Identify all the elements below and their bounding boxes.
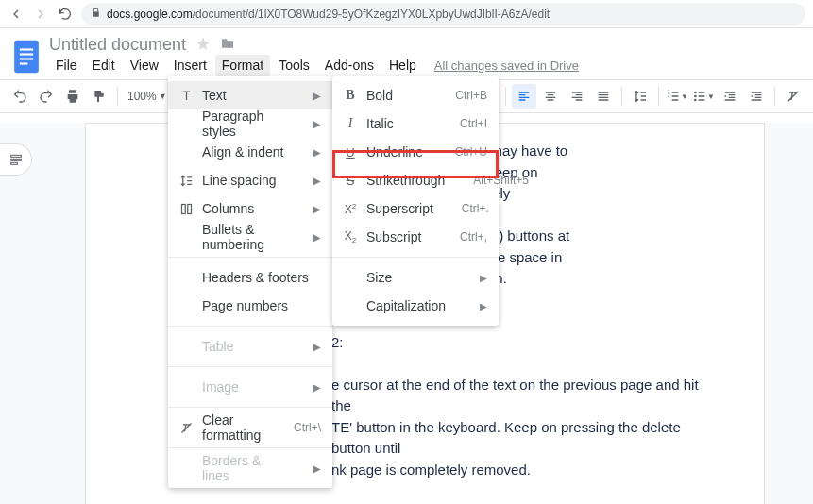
menu-item-label: Size — [366, 270, 451, 285]
decrease-indent-icon[interactable] — [718, 84, 742, 109]
menu-item-label: Strikethrough — [366, 173, 445, 188]
menu-item-label: Superscript — [366, 201, 433, 216]
menu-format[interactable]: Format — [215, 55, 270, 76]
menu-item-label: Borders & lines — [202, 453, 285, 483]
text-item-capitalization[interactable]: Capitalization▶ — [332, 292, 499, 320]
paint-format-icon[interactable] — [87, 84, 111, 109]
body-text: nk page is completely removed. — [331, 460, 717, 481]
svg-rect-14 — [181, 204, 185, 213]
text-item-underline[interactable]: UUnderlineCtrl+U — [332, 138, 499, 166]
I-icon: I — [342, 115, 359, 132]
align-center-icon[interactable] — [538, 84, 563, 109]
align-justify-icon[interactable] — [591, 84, 616, 109]
clear-format-icon[interactable] — [781, 84, 805, 109]
star-icon[interactable] — [195, 36, 211, 54]
text-item-size[interactable]: Size▶ — [332, 263, 499, 292]
svg-rect-0 — [14, 41, 39, 73]
menu-item-label: Paragraph styles — [202, 109, 285, 139]
format-item-columns[interactable]: Columns▶ — [168, 194, 332, 223]
format-item-line-spacing[interactable]: Line spacing▶ — [168, 166, 332, 194]
menu-item-label: Underline — [366, 144, 427, 160]
menu-file[interactable]: File — [49, 55, 84, 76]
format-menu: Text▶Paragraph styles▶Align & indent▶Lin… — [168, 76, 332, 488]
format-item-clear-formatting[interactable]: Clear formattingCtrl+\ — [168, 413, 332, 442]
B-icon: B — [342, 87, 359, 104]
body-text: TE' button in the keyboard. Keep on pres… — [331, 417, 717, 460]
format-item-align-indent[interactable]: Align & indent▶ — [168, 138, 332, 166]
redo-icon[interactable] — [34, 84, 59, 109]
forward-icon[interactable] — [32, 6, 49, 23]
menu-item-label: Page numbers — [202, 298, 321, 313]
text-item-italic[interactable]: IItalicCtrl+I — [332, 109, 499, 138]
menu-tools[interactable]: Tools — [272, 55, 316, 76]
svg-text:2: 2 — [668, 93, 670, 98]
back-icon[interactable] — [8, 6, 25, 23]
chevron-right-icon: ▶ — [313, 382, 321, 393]
format-item-paragraph-styles[interactable]: Paragraph styles▶ — [168, 109, 332, 138]
menu-help[interactable]: Help — [382, 55, 423, 76]
menu-item-label: Subscript — [366, 229, 432, 244]
doc-title[interactable]: Untitled document — [49, 35, 186, 55]
docs-logo[interactable] — [9, 34, 43, 79]
chevron-right-icon: ▶ — [313, 232, 321, 243]
menu-item-label: Clear formatting — [202, 412, 265, 443]
text-item-strikethrough[interactable]: SStrikethroughAlt+Shift+5 — [332, 166, 499, 194]
format-item-text[interactable]: Text▶ — [168, 81, 332, 109]
chevron-right-icon: ▶ — [313, 342, 321, 352]
body-text: 2: — [331, 332, 717, 354]
columns-icon — [178, 200, 195, 217]
doc-header: Untitled document File Edit View Insert … — [0, 28, 813, 79]
format-item-page-numbers[interactable]: Page numbers — [168, 292, 332, 320]
X2-icon: X2 — [342, 200, 359, 217]
svg-rect-3 — [20, 58, 33, 59]
format-item-image: Image▶ — [168, 373, 332, 401]
menu-view[interactable]: View — [124, 55, 165, 76]
svg-rect-13 — [10, 162, 17, 164]
zoom-select[interactable]: 100%▼ — [124, 90, 171, 103]
menu-edit[interactable]: Edit — [86, 55, 122, 76]
undo-icon[interactable] — [8, 84, 32, 109]
shortcut-label: Ctrl+, — [460, 230, 487, 244]
browser-bar: docs.google.com/document/d/1lX0TO8Wud29-… — [0, 0, 813, 28]
menu-item-label: Table — [202, 339, 285, 354]
text-icon — [178, 87, 195, 104]
folder-icon[interactable] — [220, 36, 235, 54]
menu-insert[interactable]: Insert — [167, 55, 213, 76]
menu-bar: File Edit View Insert Format Tools Add-o… — [49, 55, 579, 76]
outline-toggle[interactable] — [0, 143, 32, 176]
menu-item-label: Image — [202, 379, 285, 395]
menu-item-label: Text — [202, 88, 285, 103]
text-item-superscript[interactable]: X2SuperscriptCtrl+. — [332, 194, 499, 223]
menu-item-label: Capitalization — [366, 298, 451, 313]
menu-item-label: Bold — [366, 88, 427, 103]
print-icon[interactable] — [60, 84, 85, 109]
menu-addons[interactable]: Add-ons — [318, 55, 381, 76]
text-item-bold[interactable]: BBoldCtrl+B — [332, 81, 499, 109]
chevron-right-icon: ▶ — [313, 147, 321, 158]
shortcut-label: Ctrl+U — [455, 145, 487, 159]
menu-item-label: Line spacing — [202, 173, 285, 188]
url-bar[interactable]: docs.google.com/document/d/1lX0TO8Wud29-… — [81, 3, 805, 25]
url-text: docs.google.com/document/d/1lX0TO8Wud29-… — [107, 8, 550, 21]
format-item-bullets-numbering[interactable]: Bullets & numbering▶ — [168, 223, 332, 251]
shortcut-label: Alt+Shift+5 — [473, 174, 529, 187]
reload-icon[interactable] — [57, 6, 74, 23]
body-text: e cursor at the end of the text on the p… — [331, 375, 717, 417]
increase-indent-icon[interactable] — [744, 84, 769, 109]
bulleted-list-icon[interactable]: ▼ — [691, 84, 716, 109]
menu-item-label: Bullets & numbering — [202, 222, 285, 252]
svg-point-10 — [694, 99, 697, 102]
align-right-icon[interactable] — [565, 84, 589, 109]
format-item-table: Table▶ — [168, 332, 332, 361]
numbered-list-icon[interactable]: 12▼ — [665, 84, 689, 109]
svg-rect-11 — [10, 155, 21, 157]
chevron-right-icon: ▶ — [313, 463, 321, 474]
format-item-headers-footers[interactable]: Headers & footers — [168, 263, 332, 292]
align-left-icon[interactable] — [512, 84, 536, 109]
line-spacing-icon[interactable] — [628, 84, 652, 109]
menu-item-label: Columns — [202, 201, 285, 216]
shortcut-label: Ctrl+B — [455, 89, 487, 102]
text-item-subscript[interactable]: X2SubscriptCtrl+, — [332, 223, 499, 251]
svg-rect-2 — [20, 53, 33, 55]
chevron-right-icon: ▶ — [313, 204, 321, 214]
